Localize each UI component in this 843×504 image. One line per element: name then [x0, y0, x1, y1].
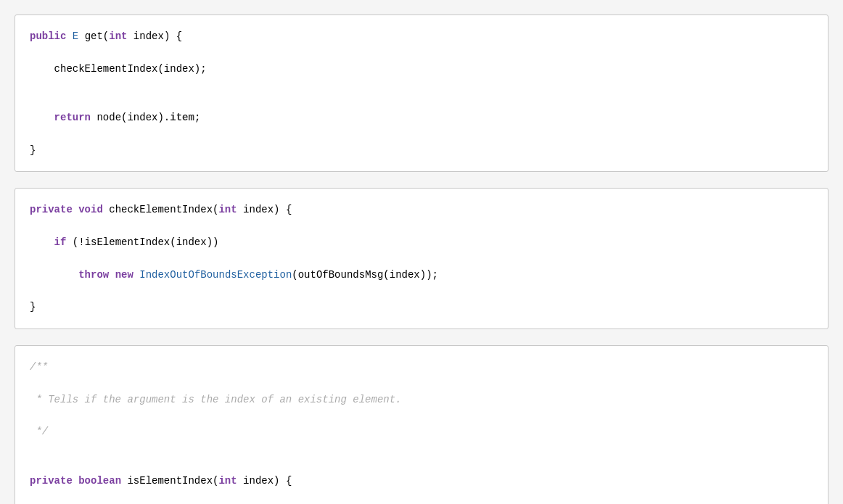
code-line: private boolean isElementIndex(int index…	[30, 473, 813, 489]
code-token: void	[78, 204, 103, 215]
code-token: boolean	[78, 475, 121, 487]
code-line: /**	[30, 359, 813, 375]
code-line: }	[30, 142, 813, 158]
code-block-3: /** * Tells if the argument is the index…	[15, 345, 828, 504]
code-line: */	[30, 424, 813, 439]
code-token: private	[30, 475, 73, 487]
code-token: int	[218, 204, 237, 215]
code-line: public E get(int index) {	[30, 28, 813, 44]
app-container: public E get(int index) { checkElementIn…	[15, 15, 828, 504]
code-line: if (!isElementIndex(index))	[30, 234, 813, 250]
code-token: .item	[164, 112, 194, 123]
code-token: /**	[30, 361, 48, 373]
code-token: IndexOutOfBoundsException	[139, 269, 292, 281]
code-line: throw new IndexOutOfBoundsException(outO…	[30, 267, 813, 283]
code-token: public	[30, 30, 66, 42]
code-token: */	[30, 426, 48, 437]
code-line: * Tells if the argument is the index of …	[30, 392, 813, 408]
code-block-1: public E get(int index) { checkElementIn…	[15, 15, 828, 172]
code-token: private	[30, 204, 73, 215]
code-token: new	[115, 269, 133, 281]
code-line: private void checkElementIndex(int index…	[30, 202, 813, 218]
code-token: * Tells if the argument is the index of …	[30, 394, 401, 405]
code-block-2: private void checkElementIndex(int index…	[15, 188, 828, 329]
code-line: }	[30, 299, 813, 315]
code-token: int	[109, 30, 127, 42]
code-token: int	[218, 475, 237, 487]
code-token: throw	[78, 269, 109, 281]
code-line: checkElementIndex(index);	[30, 61, 813, 77]
code-line: return node(index).item;	[30, 110, 813, 125]
code-token: return	[54, 112, 91, 123]
code-token: if	[54, 236, 67, 248]
code-token: E	[73, 30, 78, 42]
